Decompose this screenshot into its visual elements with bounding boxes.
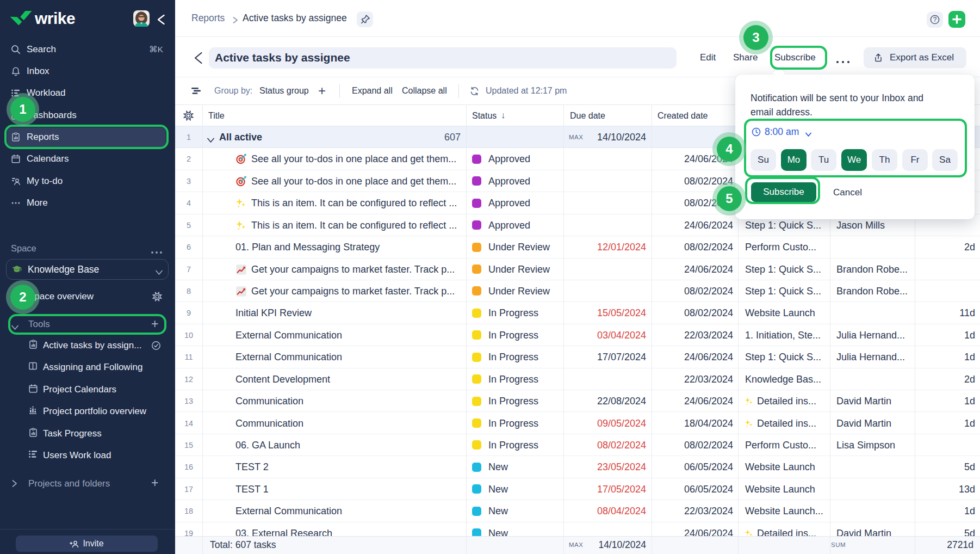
svg-text:?: ? xyxy=(933,16,937,23)
svg-text:wrike: wrike xyxy=(34,9,75,27)
